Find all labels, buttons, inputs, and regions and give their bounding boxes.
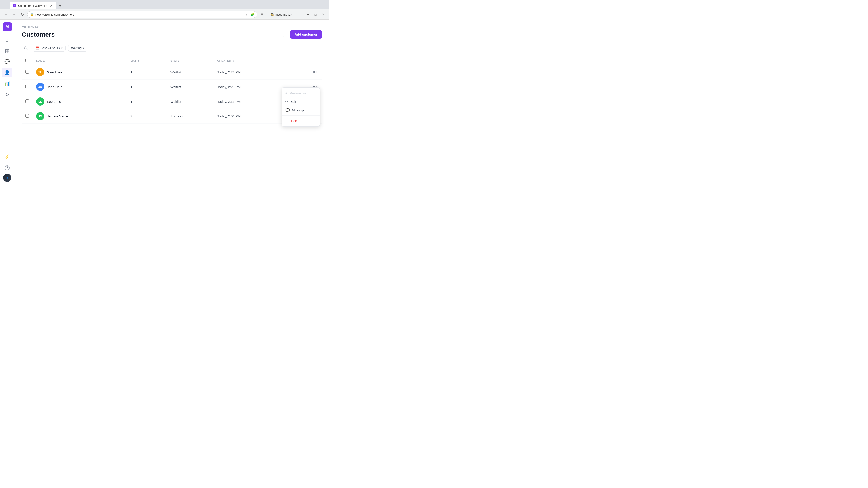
col-visits: VISITS (127, 57, 167, 65)
minimize-btn[interactable]: − (305, 11, 311, 18)
extension-icon[interactable]: 🧩 (250, 13, 254, 16)
visits-cell: 1 (127, 65, 167, 79)
status-filter-label: Waiting (71, 46, 82, 50)
sidebar-item-settings[interactable]: ⚙ (2, 89, 12, 99)
col-name: NAME (33, 57, 127, 65)
tab-back-btn[interactable]: ‹ (2, 2, 8, 9)
name-cell: SL Sam Luke (33, 65, 127, 79)
header-more-btn[interactable]: ⋮ (279, 31, 287, 39)
row-more-btn[interactable]: ••• (311, 68, 318, 76)
nav-reload-btn[interactable]: ↻ (19, 11, 25, 18)
edit-icon: ✏ (285, 100, 288, 104)
star-icon[interactable]: ☆ (246, 13, 249, 16)
sidebar-item-calendar[interactable]: ▦ (2, 46, 12, 56)
page-title: Customers (22, 31, 55, 38)
user-avatar[interactable]: 👤 (3, 174, 11, 182)
avatar: JM (36, 112, 44, 120)
tab-title-text: Customers | Waitwhile (18, 4, 47, 7)
avatar: LL (36, 97, 44, 105)
sidebar-item-home[interactable]: ⌂ (2, 35, 12, 45)
row-checkbox-cell (22, 94, 33, 109)
col-updated[interactable]: UPDATED ↕ (214, 57, 287, 65)
context-menu-restore: + Restore cost... (282, 89, 320, 97)
close-btn[interactable]: ✕ (320, 11, 327, 18)
status-filter-dropdown[interactable]: Waiting ▾ (68, 45, 87, 52)
sort-icon: ↕ (232, 60, 234, 62)
search-icon (24, 46, 28, 50)
actions-cell: ••• (287, 65, 322, 79)
nav-back-btn[interactable]: ← (3, 11, 9, 18)
customer-name: Jemina Madie (47, 114, 68, 118)
select-all-col (22, 57, 33, 65)
select-all-checkbox[interactable] (25, 59, 29, 62)
status-filter-chevron: ▾ (83, 46, 84, 50)
chrome-menu-btn[interactable]: ⋮ (295, 11, 301, 18)
table-body: SL Sam Luke 1 Waitlist Today, 2:22 PM ••… (22, 65, 322, 124)
table-header: NAME VISITS STATE UPDATED ↕ (22, 57, 322, 65)
main-content: Moodjoy7434 Customers ⋮ Add customer 📅 L… (14, 20, 329, 184)
calendar-filter-icon: 📅 (35, 46, 39, 50)
restore-label: Restore cost... (290, 92, 310, 95)
sidebar-item-customers[interactable]: 👤 (2, 68, 12, 77)
tab-close-btn[interactable]: ✕ (49, 3, 54, 8)
home-icon: ⌂ (6, 37, 8, 43)
lightning-icon: ⚡ (4, 154, 10, 160)
sidebar-item-help[interactable]: ? (2, 163, 12, 173)
row-checkbox[interactable] (25, 99, 29, 103)
row-checkbox[interactable] (25, 85, 29, 88)
sidebar-bottom: ⚡ ? 👤 (2, 152, 12, 182)
context-menu: + Restore cost... ✏ Edit 💬 Message 🗑 Del… (282, 88, 320, 127)
visits-cell: 1 (127, 79, 167, 94)
analytics-icon: 📊 (4, 80, 10, 86)
state-cell: Waitlist (167, 65, 214, 79)
sidebar-toggle-btn[interactable]: ⊞ (259, 11, 265, 18)
address-bar[interactable]: 🔒 new.waitwhile.com/customers ☆ 🧩 (27, 11, 257, 18)
sidebar-logo[interactable]: M (3, 22, 12, 31)
incognito-btn[interactable]: 🕵 Incognito (2) (269, 12, 293, 17)
time-filter-label: Last 24 hours (41, 46, 60, 50)
delete-icon: 🗑 (285, 119, 289, 123)
state-cell: Waitlist (167, 79, 214, 94)
maximize-btn[interactable]: □ (312, 11, 319, 18)
state-cell: Waitlist (167, 94, 214, 109)
row-checkbox[interactable] (25, 70, 29, 74)
name-cell: JM Jemina Madie (33, 109, 127, 124)
browser-tab[interactable]: M Customers | Waitwhile ✕ (10, 2, 56, 9)
tab-favicon: M (13, 4, 16, 7)
search-btn[interactable] (22, 44, 30, 52)
avatar: JD (36, 83, 44, 91)
nav-forward-btn[interactable]: → (11, 11, 17, 18)
row-checkbox-cell (22, 65, 33, 79)
table-row: SL Sam Luke 1 Waitlist Today, 2:22 PM ••… (22, 65, 322, 79)
new-tab-btn[interactable]: + (57, 2, 64, 9)
url-text: new.waitwhile.com/customers (35, 13, 244, 16)
time-filter-dropdown[interactable]: 📅 Last 24 hours ▾ (33, 45, 66, 52)
context-menu-delete[interactable]: 🗑 Delete (282, 117, 320, 125)
context-menu-message[interactable]: 💬 Message (282, 106, 320, 115)
row-checkbox-cell (22, 109, 33, 124)
table-row: LL Lee Long 1 Waitlist Today, 2:19 PM ••… (22, 94, 322, 109)
header-actions: ⋮ Add customer (279, 30, 322, 39)
row-checkbox[interactable] (25, 114, 29, 118)
table-row: JM Jemina Madie 3 Booking Today, 2:06 PM… (22, 109, 322, 124)
sidebar-item-integrations[interactable]: ⚡ (2, 152, 12, 162)
chat-icon: 💬 (4, 59, 10, 64)
sidebar-item-analytics[interactable]: 📊 (2, 78, 12, 88)
avatar: SL (36, 68, 44, 76)
context-menu-edit[interactable]: ✏ Edit (282, 97, 320, 106)
customer-name: John Dale (47, 85, 62, 89)
sidebar-item-chat[interactable]: 💬 (2, 57, 12, 67)
window-controls: − □ ✕ (305, 11, 327, 18)
name-cell: LL Lee Long (33, 94, 127, 109)
message-label: Message (292, 108, 305, 112)
col-state: STATE (167, 57, 214, 65)
customer-name: Sam Luke (47, 70, 62, 74)
page-header: Customers ⋮ Add customer (22, 30, 322, 39)
sidebar: M ⌂ ▦ 💬 👤 📊 ⚙ ⚡ ? 👤 (0, 20, 14, 184)
updated-cell: Today, 2:20 PM (214, 79, 287, 94)
lock-icon: 🔒 (30, 13, 34, 16)
updated-cell: Today, 2:06 PM (214, 109, 287, 124)
delete-label: Delete (291, 119, 300, 123)
calendar-icon: ▦ (5, 48, 9, 54)
add-customer-btn[interactable]: Add customer (290, 30, 322, 39)
